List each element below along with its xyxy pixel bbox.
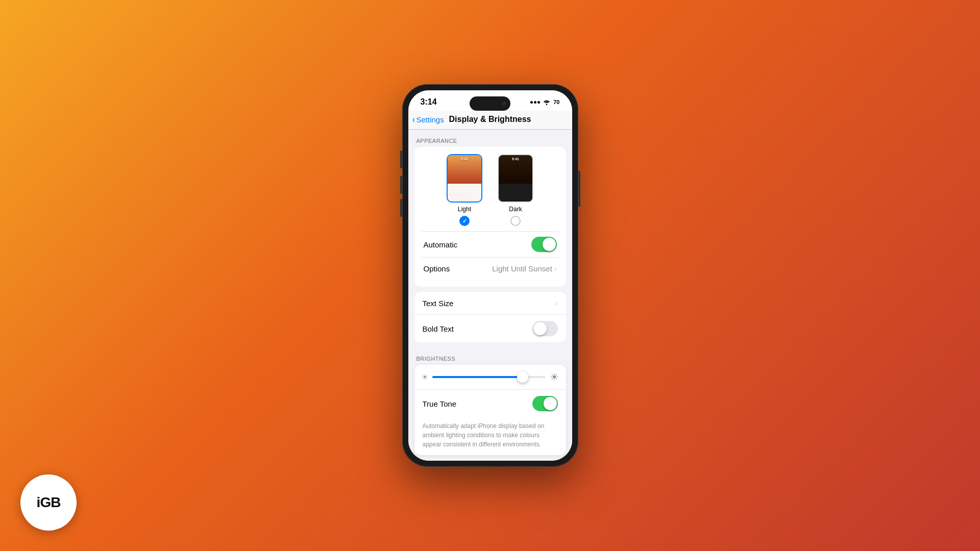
automatic-toggle-thumb [543,238,556,251]
appearance-dark-option[interactable]: 9:41 Dark [498,154,533,226]
automatic-label: Automatic [424,240,458,249]
brightness-low-icon: ☀ [422,373,428,381]
status-time: 3:14 [421,97,437,107]
phone-device: 3:14 70 ‹ Settin [402,84,578,467]
true-tone-label: True Tone [423,399,457,408]
automatic-toggle[interactable] [531,237,557,252]
status-icons: 70 [530,99,559,105]
phone-screen: 3:14 70 ‹ Settin [408,90,572,461]
dynamic-island [470,96,510,111]
brightness-track[interactable] [432,376,546,378]
dark-preview-time: 9:41 [512,157,519,161]
appearance-options: 9:41 Light 9:41 [422,154,559,226]
light-radio[interactable] [459,216,470,226]
automatic-row: Automatic [422,231,559,257]
true-tone-toggle-thumb [544,397,557,410]
options-chevron-icon: › [554,265,557,273]
signal-icon [530,101,540,104]
text-size-chevron-icon: › [555,299,558,307]
brightness-section-header: BRIGHTNESS [408,347,572,365]
status-bar: 3:14 70 [408,90,572,111]
bold-text-row: Bold Text [414,314,566,342]
brightness-card: ☀ ☀ True Tone Automatically adapt iPhone… [414,365,566,455]
appearance-section-header: APPEARANCE [408,130,572,147]
brightness-high-icon: ☀ [550,371,559,383]
light-preview: 9:41 [447,154,482,203]
back-label[interactable]: Settings [416,115,444,124]
light-preview-status [448,184,481,202]
bold-text-label: Bold Text [423,324,454,333]
bold-text-toggle[interactable] [532,321,558,336]
scroll-content[interactable]: APPEARANCE 9:41 Light [408,130,572,461]
appearance-card: 9:41 Light 9:41 [414,147,566,287]
options-label: Options [424,264,450,273]
appearance-light-option[interactable]: 9:41 Light [447,154,482,226]
text-settings-card: Text Size › Bold Text [414,292,566,342]
brightness-thumb[interactable] [517,371,528,383]
options-row[interactable]: Options Light Until Sunset › [422,257,559,280]
dark-preview-bg: 9:41 [499,155,532,202]
true-tone-row: True Tone [414,390,566,417]
wifi-icon [543,99,551,105]
text-size-value: › [555,299,558,307]
battery-icon: 70 [553,99,559,105]
dark-radio[interactable] [510,216,521,226]
night-shift-row[interactable]: Night Shift Off › [414,460,566,461]
dark-preview-status [499,184,532,202]
text-size-label: Text Size [423,299,454,308]
light-label: Light [458,206,471,213]
brightness-slider-row[interactable]: ☀ ☀ [414,365,566,390]
options-value: Light Until Sunset › [492,264,556,273]
back-button[interactable]: ‹ Settings [412,115,444,124]
night-shift-card: Night Shift Off › [414,460,566,461]
dynamic-island-dot [502,102,506,106]
svg-point-0 [546,104,548,105]
dark-label: Dark [509,206,522,213]
back-chevron-icon: ‹ [412,115,415,124]
igb-logo: iGB [20,474,77,531]
true-tone-toggle[interactable] [532,396,558,411]
bold-text-toggle-thumb [533,322,547,335]
true-tone-description: Automatically adapt iPhone display based… [414,417,566,455]
page-title: Display & Brightness [449,115,531,124]
light-preview-bg: 9:41 [448,155,481,202]
navigation-bar: ‹ Settings Display & Brightness [408,111,572,130]
brightness-fill [432,376,523,378]
light-preview-time: 9:41 [461,157,468,161]
dark-preview: 9:41 [498,154,533,203]
text-size-row[interactable]: Text Size › [414,292,566,314]
